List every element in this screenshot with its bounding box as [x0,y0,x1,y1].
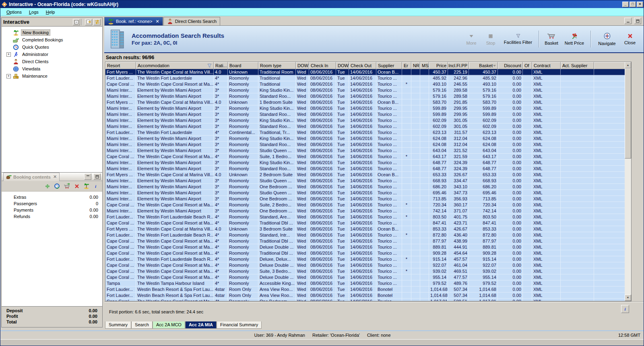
tree-expander-icon[interactable]: + [6,52,11,57]
column-header-contract[interactable]: Contract [532,62,561,69]
info-button[interactable]: i [621,305,629,313]
table-row[interactable]: Cape Coral ...The Westin Cape Coral Reso… [105,244,625,250]
tab-direct-clients-search[interactable]: Direct Clients Search [163,17,220,25]
column-header-check-out[interactable]: Check Out [349,62,376,69]
bottom-tab-search[interactable]: Search [131,321,153,329]
table-row[interactable]: Cape Coral ...The Westin Cape Coral Reso… [105,81,625,87]
sidebar-item-maintenance[interactable]: +Maintenance [2,72,102,80]
table-row[interactable]: Miami Inter...Element by Westin Miami Ai… [105,111,625,117]
tree-expander-icon[interactable]: + [6,74,11,78]
table-row[interactable]: Miami Inter...Element by Westin Miami Ai… [105,117,625,124]
scroll-down-button[interactable]: ▼ [625,295,631,301]
booking-contents-row[interactable]: Payments0.00 [2,207,102,213]
menu-item-options[interactable]: Options [3,9,25,15]
nett-price-button[interactable]: Nett Price [562,31,587,47]
column-header-incl-fl-pp[interactable]: Incl.Fl.PP [448,62,469,69]
column-header-accommodation[interactable]: Accommodation [136,62,214,69]
tab-book-ref-none-[interactable]: Book. ref.: <none>✕ [104,17,163,25]
table-row[interactable]: Fort Myers ...The Westin Cape Coral at M… [105,69,625,75]
column-header-er[interactable]: Er [402,62,411,69]
panel-maximize-button[interactable] [93,173,101,180]
panel-maximize-button[interactable] [634,18,641,24]
table-row[interactable]: Miami Inter...Element by Westin Miami Ai… [105,208,625,214]
table-row[interactable]: Miami Inter...Element by Westin Miami Ai… [105,166,625,172]
column-header-check-in[interactable]: Check In [309,62,336,69]
menu-item-logs[interactable]: Logs [25,9,42,15]
table-row[interactable]: Cape Coral ...The Westin Cape Coral Reso… [105,154,625,160]
table-row[interactable]: Miami Inter...Element by Westin Miami Ai… [105,93,625,99]
table-row[interactable]: TampaThe Westin Tampa Harbour Island4*Ro… [105,280,625,286]
bottom-tab-financial-summary[interactable]: Financial Summary [217,321,262,329]
table-row[interactable]: Fort Lauder...Westin Beach Resort & Spa … [105,286,625,292]
close-button[interactable]: Close [621,32,639,46]
info-icon[interactable]: i [93,183,98,189]
column-header-supplier[interactable]: Supplier [376,62,402,69]
swap-arrows-button[interactable] [93,19,101,25]
column-header-rati-[interactable]: Rati... [214,62,228,69]
booking-contents-row[interactable]: Passengers0 [2,200,102,207]
navigate-button[interactable]: Navigate [594,31,619,47]
close-panel-icon[interactable]: ✕ [53,174,57,179]
table-row[interactable]: Cape Coral ...The Westin Cape Coral Reso… [105,202,625,208]
table-row[interactable]: Miami Inter...Element by Westin Miami Ai… [105,87,625,93]
vertical-scrollbar[interactable]: ▲ ▼ [625,62,631,301]
table-row[interactable]: Cape Coral ...The Westin Cape Coral Reso… [105,268,625,274]
column-header-discount[interactable]: Discount [498,62,523,69]
cart-arrow-icon[interactable] [64,183,70,189]
table-row[interactable]: Cape Coral ...The Westin Cape Coral Reso… [105,238,625,244]
bottom-tab-acc-2a-mia[interactable]: Acc 2A MIA [185,321,217,329]
table-row[interactable]: Miami Inter...Element by Westin Miami Ai… [105,184,625,190]
menu-item-help[interactable]: Help [42,9,59,15]
minimize-button[interactable]: _ [622,2,629,7]
refresh-clock-icon[interactable] [54,183,60,189]
table-row[interactable]: Cape Coral ...The Westin Cape Coral Reso… [105,299,625,301]
table-row[interactable]: Fort Lauder...The Westin Fort Lauderdale… [105,232,625,238]
column-header-dow[interactable]: DOW [336,62,349,69]
sidebar-item-administrator[interactable]: +Administrator [2,51,102,58]
column-header-ms[interactable]: MS [420,62,429,69]
column-header-act-supplier[interactable]: Act. Supplier [561,62,594,69]
table-row[interactable]: Cape Coral ...The Westin Cape Coral Reso… [105,262,625,268]
scroll-up-button[interactable]: ▲ [625,62,631,68]
table-row[interactable]: Fort Lauder...The Westin Fort Lauderdale… [105,130,625,136]
facilities-filter-button[interactable]: Facilities Filter [501,32,535,46]
delete-icon[interactable] [74,183,80,189]
table-row[interactable]: Fort Lauder...Westin Beach Resort & Spa … [105,292,625,299]
table-row[interactable]: Cape Coral ...The Westin Cape Coral Reso… [105,250,625,256]
close-window-button[interactable]: × [637,2,643,7]
bottom-tab-summary[interactable]: Summary [105,321,131,329]
close-tab-icon[interactable]: ✕ [156,19,159,24]
table-row[interactable]: Fort Lauder...The Westin Fort Lauderdale… [105,214,625,220]
column-header-nr[interactable]: NR [411,62,420,69]
column-header-basket[interactable]: Basket [469,62,498,69]
collapse-tree-button[interactable] [73,19,80,25]
palm-tree-icon[interactable] [83,183,89,189]
table-row[interactable]: Fort Myers ...The Westin Cape Coral at M… [105,172,625,178]
table-row[interactable]: Fort Myers ...The Westin Cape Coral at M… [105,99,625,105]
table-row[interactable]: Miami Inter...Element by Westin Miami Ai… [105,136,625,142]
table-row[interactable]: Fort Lauder...The Westin Fort Lauderdale… [105,256,625,262]
panel-minimize-button[interactable] [84,173,91,180]
table-row[interactable]: Miami Inter...Element by Westin Miami Ai… [105,148,625,154]
basket-button[interactable]: Basket [543,31,560,47]
sidebar-item-quick-quotes[interactable]: Quick Quotes [2,43,102,51]
table-row[interactable]: Miami Inter...Element by Westin Miami Ai… [105,124,625,130]
column-header-of[interactable]: Of [523,62,532,69]
booking-contents-row[interactable]: Refunds0.00 [2,213,102,220]
doc-arrow-button[interactable] [85,19,92,25]
column-header-board[interactable]: Board [228,62,258,69]
bottom-tab-acc-2a-mco[interactable]: Acc 2A MCO [153,321,185,329]
maximize-button[interactable]: □ [630,2,636,7]
booking-contents-tab[interactable]: Booking contents ✕ [3,173,60,181]
column-header-price[interactable]: Price [429,62,448,69]
sidebar-item-new-booking[interactable]: New Booking [2,29,102,36]
table-row[interactable]: Cape Coral ...The Westin Cape Coral Reso… [105,220,625,226]
table-row[interactable]: Miami Inter...Element by Westin Miami Ai… [105,190,625,196]
sidebar-item-direct-clients[interactable]: Direct Clients [2,58,102,65]
table-row[interactable]: Miami Inter...Element by Westin Miami Ai… [105,160,625,166]
table-row[interactable]: Cape Coral ...The Westin Cape Coral Reso… [105,274,625,280]
table-row[interactable]: Fort Myers ...The Westin Cape Coral at M… [105,226,625,232]
booking-contents-row[interactable]: Extras0.00 [2,194,102,200]
panel-minimize-button[interactable] [624,18,632,24]
table-row[interactable]: Miami Inter...Element by Westin Miami Ai… [105,196,625,202]
